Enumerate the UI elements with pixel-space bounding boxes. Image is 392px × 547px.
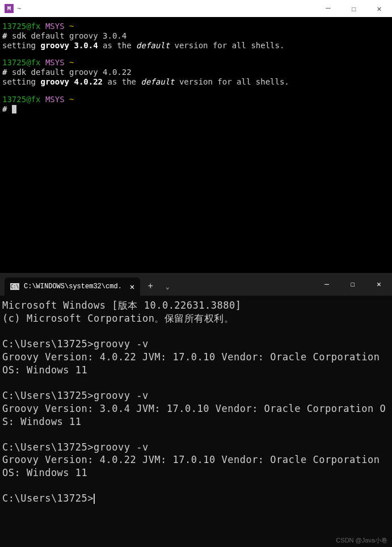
cmd-prompt-line: C:\Users\13725>groovy -v [2,338,390,351]
maximize-button[interactable]: ☐ [341,0,366,17]
cmd-output: Groovy Version: 4.0.22 JVM: 17.0.10 Vend… [2,351,390,377]
cmd-copyright: (c) Microsoft Corporation。保留所有权利。 [2,312,390,325]
output-package: groovy 3.0.4 [40,41,103,50]
cmd-output: Groovy Version: 4.0.22 JVM: 17.0.10 Vend… [2,453,390,479]
prompt-symbol: # [2,31,7,40]
command-line: # sdk default groovy 3.0.4 [2,31,390,41]
output-keyword: default [136,41,174,50]
msys-titlebar[interactable]: M ~ ─ ☐ ✕ [0,0,392,17]
cmd-prompt-line: C:\Users\13725>groovy -v [2,389,390,402]
msys-window-controls: ─ ☐ ✕ [315,0,392,17]
msys-app-icon: M [5,4,14,13]
prompt-host: MSYS [45,22,65,31]
output-line: setting groovy 3.0.4 as the default vers… [2,41,390,51]
prompt-path: ~ [69,22,74,31]
command-line: # sdk default groovy 4.0.22 [2,68,390,77]
cmd-output: Groovy Version: 3.0.4 JVM: 17.0.10 Vendo… [2,402,390,428]
tab-close-icon[interactable]: ✕ [130,282,134,292]
cmd-prompt-line: C:\Users\13725>groovy -v [2,441,390,454]
close-button[interactable]: ✕ [366,0,392,17]
cmd-active-prompt: C:\Users\13725> [2,492,390,505]
windows-terminal-window: C:\ C:\WINDOWS\system32\cmd. ✕ + ⌄ ─ ☐ ✕… [0,273,392,547]
cmd-icon: C:\ [10,283,19,290]
msys-terminal-window: M ~ ─ ☐ ✕ 13725@fx MSYS ~ # sdk default … [0,0,392,273]
add-tab-button[interactable]: + [140,277,161,296]
maximize-button[interactable]: ☐ [340,276,366,293]
output-line: setting groovy 4.0.22 as the default ver… [2,77,390,87]
terminal-tabbar: C:\ C:\WINDOWS\system32\cmd. ✕ + ⌄ ─ ☐ ✕ [0,273,392,296]
watermark: CSDN @Java小卷 [336,536,387,545]
cursor [94,494,95,504]
active-prompt: # [2,104,390,114]
msys-window-title: ~ [17,5,315,13]
terminal-window-controls: ─ ☐ ✕ [314,277,392,296]
command-text: sdk default groovy 3.0.4 [12,31,127,40]
prompt-user: 13725@fx [2,22,40,31]
msys-terminal-content[interactable]: 13725@fx MSYS ~ # sdk default groovy 3.0… [0,17,392,273]
tab-title: C:\WINDOWS\system32\cmd. [24,283,122,291]
minimize-button[interactable]: ─ [315,0,341,17]
cmd-header: Microsoft Windows [版本 10.0.22631.3880] [2,299,390,312]
cursor [12,104,16,113]
prompt-line: 13725@fx MSYS ~ [2,95,390,104]
prompt-line: 13725@fx MSYS ~ [2,58,390,68]
prompt-line: 13725@fx MSYS ~ [2,22,390,31]
cmd-terminal-content[interactable]: Microsoft Windows [版本 10.0.22631.3880] (… [0,296,392,547]
minimize-button[interactable]: ─ [314,276,340,293]
close-button[interactable]: ✕ [366,276,392,293]
terminal-tab[interactable]: C:\ C:\WINDOWS\system32\cmd. ✕ [5,277,140,296]
tab-dropdown-icon[interactable]: ⌄ [161,277,174,296]
